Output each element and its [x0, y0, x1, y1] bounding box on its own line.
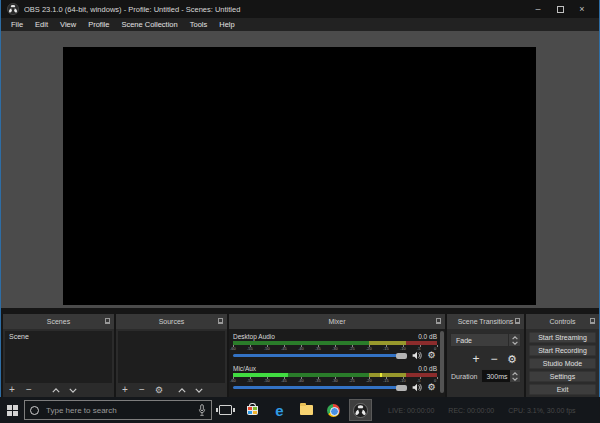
microphone-icon[interactable] — [198, 404, 206, 416]
file-explorer-icon[interactable] — [293, 397, 320, 423]
speaker-icon[interactable] — [411, 383, 422, 392]
mixer-scrollbar[interactable] — [440, 331, 444, 393]
menu-bar: File Edit View Profile Scene Collection … — [1, 18, 599, 31]
scenes-panel: Scenes Scene + − — [3, 314, 114, 397]
controls-panel-header[interactable]: Controls — [526, 314, 599, 329]
duration-row: Duration 300ms — [450, 369, 521, 383]
scenes-panel-title: Scenes — [47, 318, 70, 325]
mixer-panel-header[interactable]: Mixer — [229, 314, 445, 329]
store-icon[interactable] — [239, 397, 266, 423]
channel-name: Mic/Aux — [233, 365, 256, 372]
live-time-status: LIVE: 00:00:00 — [388, 407, 434, 414]
settings-button[interactable]: Settings — [529, 371, 596, 382]
duration-value: 300ms — [482, 373, 510, 380]
menu-tools[interactable]: Tools — [184, 18, 214, 31]
volume-slider[interactable] — [233, 383, 407, 392]
mixer-panel-title: Mixer — [328, 318, 345, 325]
menu-help[interactable]: Help — [213, 18, 240, 31]
studio-mode-button[interactable]: Studio Mode — [529, 358, 596, 369]
channel-name: Desktop Audio — [233, 333, 275, 340]
obs-window: OBS 23.1.0 (64-bit, windows) - Profile: … — [0, 0, 600, 397]
volume-slider-handle[interactable] — [396, 385, 407, 391]
scenes-panel-header[interactable]: Scenes — [3, 314, 114, 329]
start-recording-button[interactable]: Start Recording — [529, 345, 596, 356]
start-streaming-button[interactable]: Start Streaming — [529, 332, 596, 343]
remove-scene-button[interactable]: − — [24, 384, 34, 396]
mixer-body: Desktop Audio 0.0 dB -60-55-50-45-40-35-… — [229, 329, 445, 397]
scenes-list: Scene — [5, 331, 112, 383]
windows-taskbar: e LIVE: 00:00:00 REC: 00:00:00 CPU: 3.1%… — [0, 397, 600, 423]
maximize-icon — [557, 6, 564, 13]
controls-panel: Controls Start Streaming Start Recording… — [526, 314, 599, 397]
chrome-icon[interactable] — [320, 397, 347, 423]
scene-transitions-panel: Scene Transitions Fade + − ⚙ — [447, 314, 524, 397]
volume-slider[interactable] — [233, 351, 407, 360]
channel-settings-gear-icon[interactable]: ⚙ — [426, 383, 437, 392]
sources-panel-header[interactable]: Sources — [116, 314, 227, 329]
add-scene-button[interactable]: + — [7, 384, 17, 396]
exit-button[interactable]: Exit — [529, 384, 596, 395]
menu-edit[interactable]: Edit — [29, 18, 54, 31]
menu-scene-collection[interactable]: Scene Collection — [115, 18, 183, 31]
move-scene-down-button[interactable] — [68, 384, 78, 396]
maximize-button[interactable] — [549, 1, 571, 17]
pin-icon[interactable] — [590, 318, 595, 324]
search-input[interactable] — [44, 405, 193, 416]
sources-panel-title: Sources — [159, 318, 185, 325]
audio-meter: -60-55-50-45-40-35-30-25-20-15-10-50 — [233, 341, 437, 351]
pin-icon[interactable] — [436, 318, 441, 324]
channel-volume-db: 0.0 dB — [418, 333, 437, 340]
audio-meter: -60-55-50-45-40-35-30-25-20-15-10-50 — [233, 373, 437, 383]
move-source-down-button[interactable] — [194, 384, 204, 396]
dock-area: Scenes Scene + − — [1, 308, 599, 397]
scene-list-item[interactable]: Scene — [5, 331, 112, 342]
menu-file[interactable]: File — [5, 18, 29, 31]
menu-profile[interactable]: Profile — [82, 18, 115, 31]
pin-icon[interactable] — [515, 318, 520, 324]
obs-status-behind-taskbar: LIVE: 00:00:00 REC: 00:00:00 CPU: 3.1%, … — [388, 397, 576, 423]
move-source-up-button[interactable] — [177, 384, 187, 396]
cpu-fps-status: CPU: 3.1%, 30.00 fps — [508, 407, 575, 414]
transitions-body: Fade + − ⚙ Duration 300ms — [447, 329, 524, 397]
speaker-icon[interactable] — [411, 351, 422, 360]
pin-icon[interactable] — [218, 318, 223, 324]
sources-toolbar: + − ⚙ — [116, 383, 227, 397]
transitions-panel-header[interactable]: Scene Transitions — [447, 314, 524, 329]
close-button[interactable]: × — [571, 1, 593, 17]
pin-icon[interactable] — [105, 318, 110, 324]
title-bar[interactable]: OBS 23.1.0 (64-bit, windows) - Profile: … — [1, 0, 599, 18]
task-view-icon[interactable] — [212, 397, 239, 423]
transition-select-spinner[interactable] — [508, 334, 520, 346]
menu-view[interactable]: View — [54, 18, 82, 31]
remove-source-button[interactable]: − — [137, 384, 147, 396]
mixer-channel-desktop-audio: Desktop Audio 0.0 dB -60-55-50-45-40-35-… — [233, 332, 437, 360]
remove-transition-button[interactable]: − — [489, 353, 499, 365]
mixer-panel: Mixer Desktop Audio 0.0 dB -60-55-50-45-… — [229, 314, 445, 397]
preview-area — [1, 31, 599, 308]
add-transition-button[interactable]: + — [471, 353, 481, 365]
add-source-button[interactable]: + — [120, 384, 130, 396]
taskbar-search[interactable] — [24, 400, 212, 420]
move-scene-up-button[interactable] — [51, 384, 61, 396]
sources-list[interactable] — [118, 331, 225, 383]
minimize-button[interactable]: – — [527, 1, 549, 17]
source-properties-button[interactable]: ⚙ — [154, 384, 164, 396]
obs-logo-icon — [7, 3, 19, 15]
volume-slider-handle[interactable] — [396, 353, 407, 359]
duration-spinner[interactable] — [510, 370, 520, 382]
obs-taskbar-button[interactable] — [349, 399, 372, 421]
channel-volume-db: 0.0 dB — [418, 365, 437, 372]
cortana-icon — [30, 406, 39, 415]
duration-input[interactable]: 300ms — [481, 369, 521, 383]
channel-settings-gear-icon[interactable]: ⚙ — [426, 351, 437, 360]
preview-canvas[interactable] — [63, 47, 536, 305]
controls-panel-title: Controls — [549, 318, 575, 325]
controls-body: Start Streaming Start Recording Studio M… — [526, 329, 599, 397]
start-button[interactable] — [0, 397, 24, 423]
transition-selected-value: Fade — [456, 337, 508, 344]
edge-icon[interactable]: e — [266, 397, 293, 423]
transition-properties-gear-icon[interactable]: ⚙ — [507, 353, 517, 365]
transitions-panel-title: Scene Transitions — [458, 318, 514, 325]
sources-panel: Sources + − ⚙ — [116, 314, 227, 397]
transition-select[interactable]: Fade — [450, 333, 521, 347]
